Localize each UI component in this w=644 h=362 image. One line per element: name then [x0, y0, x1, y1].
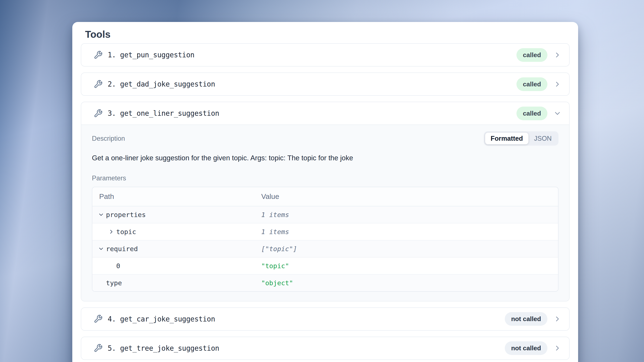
tool-description: Get a one-liner joke suggestion for the … [92, 153, 558, 163]
parameters-label: Parameters [92, 174, 558, 182]
status-badge: not called [505, 312, 548, 326]
tool-name: 5. get_tree_joke_suggestion [108, 344, 505, 352]
status-badge: called [516, 106, 548, 120]
view-mode-toggle: Formatted JSON [484, 131, 558, 146]
tool-row-get-tree-joke-suggestion: 5. get_tree_joke_suggestion not called [81, 337, 570, 360]
description-label: Description [92, 135, 125, 142]
tool-row-header[interactable]: 3. get_one_liner_suggestion called [81, 102, 569, 124]
param-value: "object" [261, 279, 558, 287]
param-path: type [106, 279, 122, 287]
param-path: topic [116, 228, 136, 236]
table-row-type: type "object" [92, 274, 558, 291]
param-path: properties [106, 211, 146, 218]
chevron-down-icon[interactable] [98, 246, 104, 252]
wrench-icon [94, 314, 102, 324]
param-value: 1 items [261, 228, 558, 236]
wrench-icon [94, 80, 102, 89]
column-header-value: Value [261, 192, 558, 200]
chevron-right-icon [553, 80, 562, 88]
param-path: required [106, 245, 138, 253]
tool-name: 2. get_dad_joke_suggestion [108, 80, 516, 88]
tool-row-header[interactable]: 5. get_tree_joke_suggestion not called [81, 337, 569, 360]
tool-row-header[interactable]: 2. get_dad_joke_suggestion called [81, 73, 569, 95]
status-badge: called [516, 48, 548, 62]
column-header-path: Path [92, 192, 261, 200]
table-row-properties: properties 1 items [92, 206, 558, 224]
chevron-right-icon [553, 315, 562, 323]
toggle-formatted[interactable]: Formatted [485, 132, 529, 144]
parameters-table-header: Path Value [92, 187, 558, 206]
chevron-right-icon [553, 344, 562, 352]
panel-title: Tools [85, 29, 570, 40]
tool-name: 4. get_car_joke_suggestion [108, 315, 505, 323]
tool-details: Description Formatted JSON Get a one-lin… [81, 124, 569, 301]
param-path: 0 [116, 262, 120, 270]
table-row-0: 0 "topic" [92, 258, 558, 274]
tools-panel: Tools 1. get_pun_suggestion called 2. ge… [72, 22, 578, 362]
desktop-background: Tools 1. get_pun_suggestion called 2. ge… [0, 0, 644, 362]
tool-name: 3. get_one_liner_suggestion [108, 109, 516, 118]
wrench-icon [94, 50, 102, 60]
status-badge: called [516, 78, 548, 91]
wrench-icon [94, 344, 102, 352]
chevron-right-icon[interactable] [108, 228, 114, 235]
toggle-json[interactable]: JSON [528, 132, 557, 144]
param-value: 1 items [261, 211, 558, 218]
chevron-right-icon [553, 51, 562, 59]
status-badge: not called [505, 341, 548, 355]
tool-row-get-one-liner-suggestion: 3. get_one_liner_suggestion called Descr… [81, 102, 570, 302]
tool-row-get-pun-suggestion: 1. get_pun_suggestion called [81, 43, 570, 66]
tool-row-header[interactable]: 1. get_pun_suggestion called [81, 44, 569, 66]
chevron-down-icon[interactable] [98, 212, 104, 218]
parameters-table: Path Value properties 1 items top [92, 187, 558, 292]
param-value: ["topic"] [261, 245, 558, 253]
param-value: "topic" [261, 262, 558, 270]
chevron-down-icon [553, 109, 562, 118]
wrench-icon [94, 109, 102, 118]
tool-row-header[interactable]: 4. get_car_joke_suggestion not called [81, 308, 569, 330]
tool-name: 1. get_pun_suggestion [108, 51, 516, 59]
table-row-required: required ["topic"] [92, 240, 558, 258]
tool-row-get-car-joke-suggestion: 4. get_car_joke_suggestion not called [81, 308, 570, 331]
table-row-topic: topic 1 items [92, 224, 558, 240]
tool-row-get-dad-joke-suggestion: 2. get_dad_joke_suggestion called [81, 72, 570, 96]
